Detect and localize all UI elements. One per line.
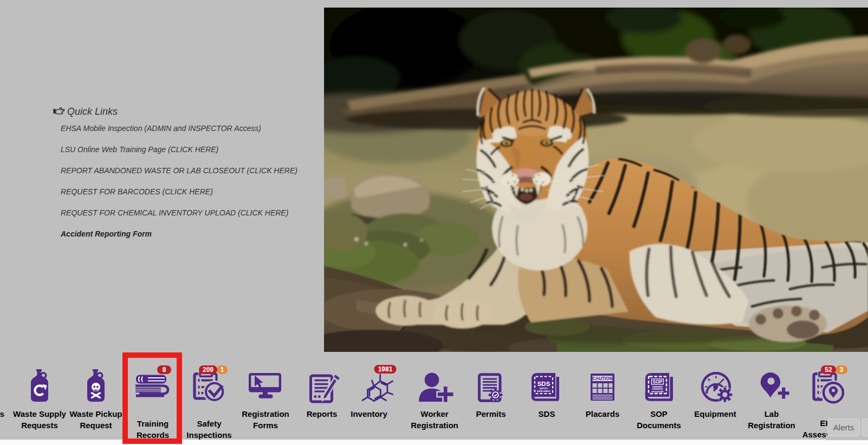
svg-text:PROCEDURE: PROCEDURE (651, 391, 664, 393)
svg-text:SOP: SOP (653, 379, 663, 384)
svg-text:OPERATING: OPERATING (652, 388, 663, 390)
svg-text:CAUTION: CAUTION (592, 376, 612, 381)
svg-text:DATA SHEET: DATA SHEET (537, 390, 550, 392)
svg-text:SDS: SDS (537, 381, 550, 387)
svg-text:STANDARD: STANDARD (652, 386, 663, 388)
